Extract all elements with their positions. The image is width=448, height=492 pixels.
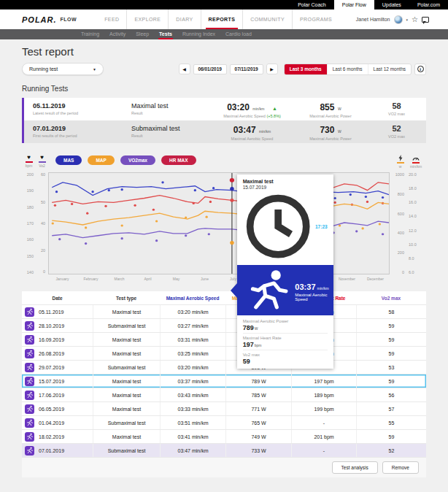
favorite-star-icon[interactable]: ☆	[412, 16, 418, 23]
chart-dot-map[interactable]	[185, 217, 187, 219]
topbar-link-updates[interactable]: Updates	[374, 0, 409, 9]
chart-dot-mas[interactable]	[382, 196, 384, 199]
subnav-item-cardio-load[interactable]: Cardio load	[220, 29, 257, 39]
chart-dot-vo2max[interactable]	[382, 233, 384, 235]
chart-dot-hr-max[interactable]	[134, 204, 136, 207]
chart-dot-hr-max[interactable]	[334, 201, 336, 204]
chart-dot-hr-max[interactable]	[86, 212, 88, 215]
subnav-item-running-index[interactable]: Running Index	[177, 29, 220, 39]
chart-dot-map[interactable]	[120, 224, 123, 226]
range-last-6-months[interactable]: Last 6 months	[327, 64, 368, 74]
chart-dot-map[interactable]	[379, 223, 381, 225]
table-row[interactable]: 26.08.2019 Maximal test 03:25 min/km 810…	[22, 346, 426, 360]
cell-map: 785 W	[225, 388, 291, 401]
chat-icon[interactable]	[422, 17, 429, 23]
table-footer: Test analysisRemove	[22, 457, 426, 477]
avatar[interactable]	[394, 15, 403, 24]
range-last-3-months[interactable]: Last 3 months	[285, 64, 327, 74]
topbar-link-polar-coach[interactable]: Polar Coach	[290, 0, 334, 9]
table-row[interactable]: 05.11.2019 Maximal test 03:20 min/km 840…	[22, 304, 426, 318]
chevron-down-icon[interactable]: ▾	[406, 18, 409, 22]
test-type-dropdown[interactable]: Running test ▼	[22, 63, 104, 75]
prev-period-button[interactable]: ◀	[179, 64, 190, 74]
topbar-link-polar-com[interactable]: Polar.com	[409, 0, 448, 9]
subnav-item-training[interactable]: Training	[76, 29, 104, 39]
subnav-item-tests[interactable]: Tests	[154, 29, 177, 39]
chart-dot-hr-max[interactable]	[54, 204, 56, 207]
date-to-field[interactable]: 07/11/2019	[230, 64, 263, 74]
legend-pill-vo2max[interactable]: VO2max	[120, 155, 155, 165]
subnav-item-sleep[interactable]: Sleep	[131, 29, 154, 39]
topbar-link-polar-flow[interactable]: Polar Flow	[334, 0, 374, 9]
chart-dot-map[interactable]	[205, 216, 207, 218]
chart-dot-mas[interactable]	[108, 189, 110, 191]
cell-vo2: 59	[356, 347, 426, 360]
table-row[interactable]: 07.01.2019 Submaximal test 03:47 min/km …	[22, 443, 426, 457]
chart-dot-mas[interactable]	[365, 196, 367, 198]
nav-item-community[interactable]: COMMUNITY	[242, 9, 292, 29]
chart-dot-mas[interactable]	[349, 193, 352, 196]
chart-dot-hr-max[interactable]	[209, 201, 212, 203]
bpm-tick: 170	[22, 221, 34, 226]
chart-dot-vo2max[interactable]	[85, 242, 87, 245]
table-row[interactable]: 28.10.2019 Submaximal test 03:27 min/km …	[22, 318, 426, 332]
tests-table: DateTest typeMaximal Aerobic SpeedMaxima…	[22, 291, 426, 477]
table-row[interactable]: 16.09.2019 Maximal test 03:31 min/km 823…	[22, 332, 426, 346]
button-remove[interactable]: Remove	[382, 461, 419, 474]
legend-pill-map[interactable]: MAP	[88, 155, 114, 165]
next-period-button[interactable]: ▶	[266, 64, 278, 74]
chart-dot-mas[interactable]	[334, 197, 336, 199]
chart-plot-area[interactable]: Maximal test 15.07.2019 17:23 03:37min/k…	[48, 172, 390, 274]
chart-dot-mas[interactable]	[194, 189, 196, 191]
nav-item-programs[interactable]: PROGRAMS	[292, 9, 339, 29]
cell-hr: -	[291, 416, 356, 429]
cell-vo2: 59	[356, 430, 426, 443]
table-row[interactable]: 18.02.2019 Maximal test 03:41 min/km 749…	[22, 429, 426, 443]
tooltip-speed: 03:37	[295, 282, 315, 291]
chart-dot-vo2max[interactable]	[185, 234, 187, 237]
nav-item-reports[interactable]: REPORTS	[201, 9, 243, 29]
chart-dot-vo2max[interactable]	[208, 233, 210, 235]
summary-row-latest: 05.11.2019 Latest result of the period M…	[24, 98, 426, 120]
nav-item-diary[interactable]: DIARY	[168, 9, 200, 29]
button-test-analysis[interactable]: Test analysis	[332, 461, 378, 474]
user-name[interactable]: Janet Hamilton	[356, 17, 390, 22]
chart-dot-map[interactable]	[85, 226, 87, 228]
legend-pill-mas[interactable]: MAS	[55, 155, 82, 165]
chart-dot-map[interactable]	[361, 227, 363, 229]
chart-dot-vo2max[interactable]	[155, 239, 158, 242]
chart-dot-hr-max[interactable]	[193, 202, 195, 204]
info-button[interactable]: i	[414, 64, 426, 75]
table-row[interactable]: 29.07.2019 Submaximal test 03:20 min/km …	[22, 360, 426, 374]
nav-item-explore[interactable]: EXPLORE	[126, 9, 168, 29]
chart-dot-vo2max[interactable]	[355, 230, 358, 232]
chart-dot-hr-max[interactable]	[104, 205, 107, 207]
chart-dot-vo2max[interactable]	[120, 237, 123, 239]
table-row[interactable]: 15.07.2019 Maximal test 03:37 min/km 789…	[22, 374, 426, 388]
chart-dot-map[interactable]	[52, 222, 54, 224]
chart-dot-hr-max[interactable]	[152, 209, 155, 211]
range-last-12-months[interactable]: Last 12 months	[368, 64, 411, 74]
chart-dot-mas[interactable]	[161, 181, 163, 183]
vo2-tick: 20	[41, 248, 45, 253]
chart-dot-vo2max[interactable]	[58, 238, 61, 240]
legend-pill-hr-max[interactable]: HR MAX	[161, 155, 196, 165]
cursor-dot[interactable]	[230, 187, 233, 191]
table-row[interactable]: 01.04.2019 Submaximal test 03:51 min/km …	[22, 415, 426, 429]
chart-dot-hr-max[interactable]	[366, 201, 368, 203]
chart-dot-mas[interactable]	[91, 191, 93, 193]
cursor-dot[interactable]	[230, 178, 234, 182]
table-row[interactable]: 06.05.2019 Maximal test 03:33 min/km 771…	[22, 401, 426, 415]
chart-dot-mas[interactable]	[120, 188, 123, 191]
chart-dot-mas[interactable]	[55, 191, 58, 193]
test-type-dropdown-value: Running test	[29, 66, 58, 72]
subnav-item-activity[interactable]: Activity	[104, 29, 131, 39]
cursor-dot[interactable]	[230, 241, 233, 245]
cursor-dot[interactable]	[230, 199, 233, 202]
chart-dot-mas[interactable]	[212, 187, 215, 189]
table-row[interactable]: 17.06.2019 Maximal test 03:43 min/km 785…	[22, 388, 426, 401]
nav-item-feed[interactable]: FEED	[97, 9, 126, 29]
date-from-field[interactable]: 06/01/2019	[193, 64, 227, 74]
chart-dot-map[interactable]	[155, 220, 158, 222]
chart-dot-hr-max[interactable]	[71, 203, 73, 205]
